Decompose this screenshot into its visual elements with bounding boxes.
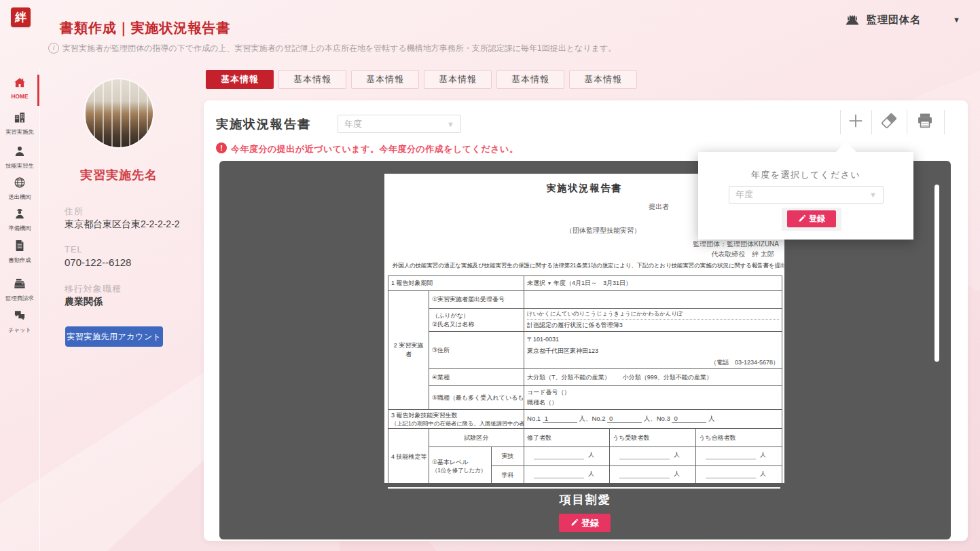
- sidebar-item-label: HOME: [1, 93, 37, 99]
- name-label: （ふりがな） ②氏名又は名称: [429, 309, 524, 332]
- table-row: ③住所 〒101-0031 東京都千代田区東神田123 （電話 03-1234-…: [388, 332, 782, 369]
- table-row: 2 実習実施者 ①実習実施者届出受理番号: [388, 291, 782, 309]
- period-label: 1 報告対象期間: [388, 276, 524, 291]
- eraser-icon: [879, 121, 899, 132]
- address-label: ③住所: [429, 332, 524, 369]
- toolbar-divider: [907, 110, 907, 134]
- page-cut-divider: [388, 487, 780, 489]
- exam-division-header: 試験区分: [429, 429, 524, 447]
- exam-passed-header: うち合格者数: [696, 429, 782, 447]
- exam-cell: 人: [610, 447, 696, 466]
- count-no1: 1: [543, 415, 577, 423]
- chat-icon: [13, 313, 26, 324]
- popup-year-select[interactable]: 年度 ▼: [729, 186, 884, 204]
- sidebar-active-indicator: [37, 75, 39, 106]
- count-no2: 0: [607, 415, 642, 423]
- sidebar-item-billing[interactable]: 監理費請求: [0, 277, 39, 303]
- chevron-down-icon[interactable]: ▼: [953, 16, 960, 24]
- app-screen: 絆 書類作成｜実施状況報告書 i 実習実施者が監理団体の指導の下で作成の上、実習…: [0, 0, 980, 551]
- table-row: 3 報告対象技能実習生数 （上記1の期間中の在籍者に限る。入国後講習中の者は除く…: [388, 410, 782, 429]
- sidebar-item-documents[interactable]: 書類作成: [0, 239, 39, 265]
- account-button[interactable]: 実習実施先用アカウント: [65, 326, 163, 347]
- print-button[interactable]: [915, 111, 934, 130]
- tel-value: 070-122--6128: [65, 256, 131, 268]
- tab-basic-info-2[interactable]: 基本情報: [278, 70, 346, 89]
- table-row: （ふりがな） ②氏名又は名称 けいかくにんていのりこうじょうきょうにかかわるかん…: [388, 309, 782, 332]
- sidebar-item-label: 監理費請求: [1, 294, 37, 303]
- year-select[interactable]: 年度 ▼: [338, 115, 461, 133]
- training-type-note: （団体監理型技能実習）: [566, 226, 640, 235]
- popup-year-placeholder: 年度: [736, 189, 869, 201]
- sidebar-item-label: 技能実習生: [1, 162, 37, 170]
- reg-no-label: ①実習実施者届出受理番号: [429, 291, 524, 309]
- industry-label: ④業種: [429, 369, 524, 386]
- address-value: 東京都台東区台東2-2-2-2-2: [65, 218, 180, 231]
- trainee-count-label: 3 報告対象技能実習生数 （上記1の期間中の在籍者に限る。入国後講習中の者は除く…: [388, 410, 524, 429]
- reg-no-value: [524, 291, 782, 309]
- occupation-label: ⑤職種（最も多く受入れているもの）: [429, 386, 524, 410]
- preview-scrollbar[interactable]: [934, 185, 939, 362]
- sidebar-item-home[interactable]: HOME: [0, 76, 39, 100]
- chevron-down-icon: ▼: [447, 120, 454, 128]
- count-no3: 0: [672, 415, 706, 423]
- sidebar-item-label: 準備機関: [1, 225, 37, 233]
- popup-notch: [836, 142, 856, 152]
- sidebar-item-prep-org[interactable]: 準備機関: [0, 207, 39, 233]
- period-value: 年度（4月1日～ 3月31日）: [553, 280, 632, 286]
- sidebar-item-sending-org[interactable]: 送出機関: [0, 176, 39, 202]
- address-value: 〒101-0031 東京都千代田区東神田123 （電話 03-1234-5678…: [524, 332, 782, 369]
- billing-icon: [13, 281, 26, 292]
- supervising-org-line: 監理団体：監理団体KIZUNA: [693, 240, 779, 249]
- year-select-placeholder: 年度: [344, 118, 447, 130]
- representative-line: 代表取締役 絆 太郎: [711, 250, 774, 259]
- exam-cell: 人: [696, 447, 782, 466]
- items-omitted-title: 項目割愛: [219, 492, 951, 508]
- sidebar-item-trainees[interactable]: 技能実習生: [0, 145, 39, 170]
- exam-cell: 人: [524, 447, 610, 466]
- castle-icon: [844, 11, 860, 27]
- trainee-icon: [13, 149, 26, 160]
- tab-basic-info-4[interactable]: 基本情報: [424, 70, 492, 89]
- exam-level-label: ①基本レベル （1位を修了した方）: [429, 447, 492, 484]
- prep-org-icon: [13, 211, 26, 223]
- toolbar-divider: [944, 110, 945, 134]
- tab-basic-info-1[interactable]: 基本情報: [206, 70, 274, 89]
- buildings-icon: [13, 115, 26, 126]
- org-menu-label[interactable]: 監理団体名: [867, 14, 921, 26]
- tab-basic-info-6[interactable]: 基本情報: [569, 70, 637, 89]
- exam-cell: 人: [610, 466, 696, 484]
- job-type-value: 農業関係: [65, 296, 103, 308]
- register-button[interactable]: 登録: [559, 514, 611, 532]
- industry-value: 大分類（T、分類不能の産業） 小分類（999、分類不能の産業）: [524, 369, 782, 386]
- exam-practical-label: 実技: [492, 447, 524, 466]
- sidebar-item-training-company[interactable]: 実習実施先: [0, 111, 39, 136]
- sidebar-item-chat[interactable]: チャット: [0, 309, 39, 335]
- tab-basic-info-3[interactable]: 基本情報: [351, 70, 419, 89]
- add-report-button[interactable]: [846, 111, 865, 130]
- sidebar: HOME 実習実施先 技能実習生 送出機関 準備機関 書類作成 監理費請求 チ: [0, 68, 40, 551]
- app-logo[interactable]: 絆: [11, 7, 31, 27]
- pencil-icon: [798, 214, 809, 225]
- home-icon: [13, 80, 26, 92]
- group2-label: 2 実習実施者: [388, 291, 429, 410]
- address-label: 住所: [65, 206, 84, 218]
- info-icon: i: [48, 43, 59, 54]
- table-row: ①基本レベル （1位を修了した方） 実技 人 人 人: [388, 447, 782, 466]
- printer-icon: [915, 121, 934, 132]
- table-row: 1 報告対象期間 未選択 ▼ 年度（4月1日～ 3月31日）: [388, 276, 782, 291]
- exam-group-label: 4 技能検定等: [388, 429, 429, 484]
- popup-register-button[interactable]: 登録: [787, 210, 836, 227]
- erase-button[interactable]: [879, 111, 899, 130]
- exam-examinees-header: うち受験者数: [610, 429, 696, 447]
- tab-basic-info-5[interactable]: 基本情報: [496, 70, 564, 89]
- period-select[interactable]: 未選択 ▼: [527, 280, 551, 286]
- table-row: ④業種 大分類（T、分類不能の産業） 小分類（999、分類不能の産業）: [388, 369, 782, 386]
- page-description: 実習実施者が監理団体の指導の下で作成の上、実習実施者の登記簿上の本店所在地を管轄…: [62, 43, 616, 54]
- toolbar-divider: [871, 110, 872, 134]
- period-cell: 未選択 ▼ 年度（4月1日～ 3月31日）: [524, 276, 782, 291]
- report-table: 1 報告対象期間 未選択 ▼ 年度（4月1日～ 3月31日） 2 実習実施者 ①…: [388, 276, 782, 483]
- sidebar-item-label: チャット: [1, 326, 37, 335]
- chevron-down-icon: ▼: [869, 191, 877, 199]
- panel-title: 実施状況報告書: [216, 116, 311, 132]
- exam-cell: 人: [696, 466, 782, 484]
